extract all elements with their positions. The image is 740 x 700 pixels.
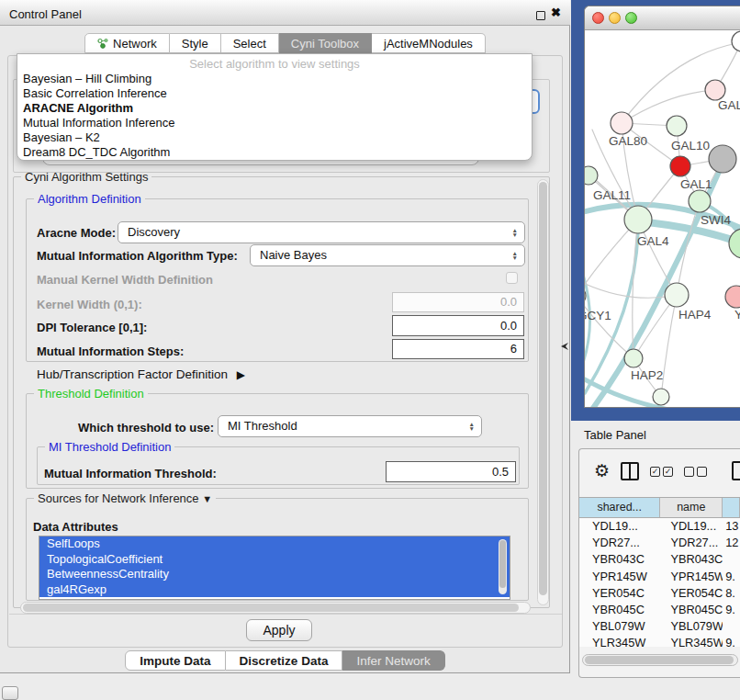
network-node[interactable] [729,229,740,258]
close-window-icon[interactable]: ✖ [551,6,561,19]
settings-hscrollbar-thumb[interactable] [23,604,519,612]
node-label: GAL [718,98,740,112]
minimize-traffic-light[interactable] [609,12,621,24]
network-node[interactable] [670,156,690,176]
network-node[interactable] [624,206,652,233]
tab-discretize-data[interactable]: Discretize Data [226,650,343,671]
dpi-tolerance-field[interactable]: 0.0 [392,315,524,336]
tab-select[interactable]: Select [221,33,279,53]
table-hscrollbar-thumb[interactable] [585,656,734,664]
table-row[interactable]: YDL19...YDL19...13 [579,518,740,535]
deselect-all-columns-icon[interactable] [684,467,707,477]
expander-down-arrow-icon: ▼ [202,493,212,504]
algorithm-definition-legend: Algorithm Definition [34,192,145,206]
stepper-arrows-icon: ▲▼ [512,222,518,243]
table-cell: YER054C [579,585,660,602]
tab-style[interactable]: Style [170,33,221,53]
data-attribute-item[interactable]: TopologicalCoefficient [39,552,510,568]
table-cell: YBL079W [579,618,660,635]
data-attribute-item[interactable]: SelfLoops [39,536,510,552]
table-row[interactable]: YLR345WYLR345W9. [579,635,740,647]
tab-jactivemnodules[interactable]: jActiveMNodules [372,33,486,53]
column-header-name[interactable]: name [660,498,723,517]
threshold-definition-legend: Threshold Definition [34,387,148,401]
mi-type-label: Mutual Information Algorithm Type: [37,249,238,263]
tab-cyni-toolbox[interactable]: Cyni Toolbox [279,33,372,53]
column-split-icon[interactable] [621,462,639,480]
table-row[interactable]: YBL079WYBL079W [579,618,740,635]
network-node[interactable] [585,166,598,185]
data-attribute-item[interactable]: BetweennessCentrality [39,567,510,582]
network-node[interactable] [667,116,687,136]
gear-icon[interactable]: ⚙ [594,463,610,480]
table-horizontal-scrollbar[interactable] [582,654,738,666]
hub-definition-expander[interactable]: Hub/Transcription Factor Definition ▶ [37,367,245,381]
aracne-mode-combobox[interactable]: Discovery ▲▼ [118,221,525,243]
network-node[interactable] [665,283,689,307]
control-panel-title: Control Panel [9,7,82,21]
manual-kernel-checkbox[interactable] [506,272,518,284]
mi-type-combobox[interactable]: Naive Bayes ▲▼ [250,244,525,266]
table-row[interactable]: YDR27...YDR27...12 [579,535,740,551]
manual-kernel-label: Manual Kernel Width Definition [37,273,213,287]
table-row[interactable]: YBR043CYBR043C [579,551,740,568]
algorithm-option[interactable]: Bayesian – K2 [17,130,532,145]
network-node[interactable] [725,286,740,308]
apply-button[interactable]: Apply [246,619,312,641]
minimized-panel-chip[interactable] [2,686,18,700]
data-attribute-item[interactable]: gal4RGexp [39,582,510,598]
network-node[interactable] [653,389,669,405]
close-traffic-light[interactable] [592,12,604,24]
algorithm-option[interactable]: Mutual Information Inference [17,116,532,130]
network-edge[interactable] [661,295,677,397]
table-cell: 8. [723,585,740,602]
table-panel: ⚙ ✓ ✓ shared... name YDL19...YDL19...13Y… [578,448,740,678]
network-canvas[interactable]: GALGAL80GAL10GAL1GAL11SWI4GAL4GCY1HAP4YH… [585,30,740,408]
which-threshold-combobox[interactable]: MI Threshold ▲▼ [218,415,482,437]
table-row[interactable]: YER054CYER054C8. [579,585,740,602]
network-view-window: GALGAL80GAL10GAL1GAL11SWI4GAL4GCY1HAP4YH… [584,6,740,408]
settings-horizontal-scrollbar[interactable] [20,602,531,614]
network-edge[interactable] [622,90,715,123]
network-node[interactable] [611,112,633,134]
attributes-scrollbar[interactable] [499,539,507,594]
select-all-columns-icon[interactable]: ✓ ✓ [650,467,673,477]
data-attributes-list[interactable]: SelfLoopsTopologicalCoefficientBetweenne… [39,536,510,600]
network-node[interactable] [709,145,736,173]
network-edge[interactable] [585,221,638,393]
network-node[interactable] [705,80,725,100]
column-header-shared-name[interactable]: shared... [579,498,660,517]
mi-steps-field[interactable]: 6 [392,339,524,359]
settings-vscrollbar-thumb[interactable] [539,182,547,595]
sources-legend[interactable]: Sources for Network Inference ▼ [34,491,216,505]
mi-threshold-field[interactable]: 0.5 [386,461,516,482]
table-row[interactable]: YBR045CYBR045C9. [579,602,740,618]
network-window-titlebar[interactable] [585,6,740,30]
network-node[interactable] [689,190,711,212]
float-window-icon[interactable] [536,11,545,20]
algorithm-popup-list: Bayesian – Hill ClimbingBasic Correlatio… [17,72,532,160]
tab-infer-network[interactable]: Infer Network [342,650,444,671]
algorithm-option[interactable]: Basic Correlation Inference [17,86,532,101]
control-panel-titlebar[interactable] [0,0,570,26]
attributes-scrollbar-thumb[interactable] [499,540,506,588]
algorithm-option[interactable]: ARACNE Algorithm [17,101,532,116]
algorithm-option[interactable]: Dream8 DC_TDC Algorithm [17,145,532,160]
column-header-partial[interactable] [723,498,740,517]
tab-network[interactable]: Network [84,33,170,53]
table-cell: YLR345W [660,635,723,647]
node-label: SWI4 [701,213,731,227]
algorithm-option[interactable]: Bayesian – Hill Climbing [17,72,532,86]
table-cell: YER054C [660,585,723,602]
network-node[interactable] [624,349,643,367]
table-row[interactable]: YPR145WYPR145W9. [579,569,740,585]
table-cell: 9. [723,602,740,618]
new-table-icon[interactable] [732,461,740,480]
zoom-traffic-light[interactable] [625,12,637,24]
kernel-width-field[interactable]: 0.0 [392,292,524,312]
network-graph[interactable]: GALGAL80GAL10GAL1GAL11SWI4GAL4GCY1HAP4YH… [585,30,740,408]
network-node[interactable] [732,31,740,51]
settings-vertical-scrollbar[interactable] [537,179,549,605]
table-cell: 12 [723,535,740,551]
tab-impute-data[interactable]: Impute Data [125,650,225,671]
